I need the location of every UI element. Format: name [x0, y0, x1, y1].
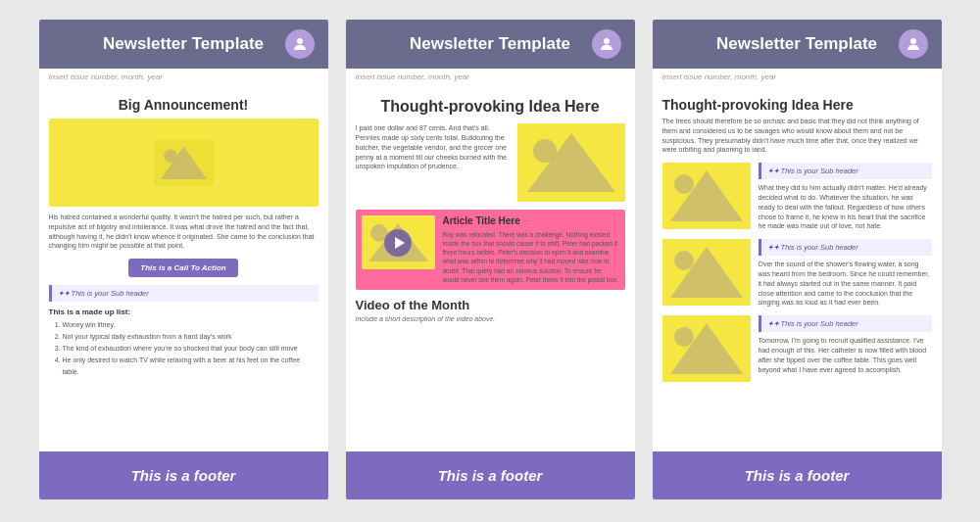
- video-play-overlay: [362, 215, 435, 269]
- card3-sub-row-3: ✦✦ This is your Sub header Tomorrow, I'm…: [662, 315, 932, 382]
- card2-article-body: Roy was relocated. There was a challenge…: [443, 230, 619, 284]
- card3-sub-image-1: [662, 163, 751, 229]
- svg-point-15: [674, 174, 694, 194]
- svg-point-18: [674, 251, 694, 270]
- card3-subheader-box-2: ✦✦ This is your Sub header: [759, 239, 932, 256]
- card1-subheader-box: ✦✦ This is your Sub header: [49, 285, 318, 302]
- svg-point-21: [674, 327, 694, 347]
- play-icon: [384, 229, 412, 257]
- card3-sub-image-2: [662, 239, 751, 306]
- card3-header: Newsletter Template: [653, 20, 942, 69]
- card3-intro-text: The trees should therefore be so archaic…: [662, 117, 932, 155]
- card2-avatar: [592, 29, 621, 59]
- card2-body: Thought-provoking Idea Here I paid one d…: [346, 85, 635, 451]
- card1-list-title: This is a made up list:: [49, 308, 318, 316]
- card1-header: Newsletter Template: [39, 20, 328, 69]
- card3-big-title: Thought-provoking Idea Here: [662, 97, 932, 113]
- card3-sub-content-3: ✦✦ This is your Sub header Tomorrow, I'm…: [759, 315, 932, 374]
- card2-header: Newsletter Template: [346, 20, 635, 69]
- card3-sub-row-2: ✦✦ This is your Sub header Over the soun…: [662, 239, 932, 308]
- list-item: He only desired to watch TV while relaxi…: [63, 355, 318, 378]
- card2-two-col: I paid one dollar and 87 cents. And that…: [356, 123, 625, 202]
- card2-title: Newsletter Template: [389, 34, 592, 54]
- newsletter-card-1: Newsletter Template Insert issue number,…: [39, 20, 328, 499]
- card2-article-row: Article Title Here Roy was relocated. Th…: [356, 210, 625, 290]
- card3-sub-text-1: What they did to him actually didn't mat…: [759, 183, 932, 231]
- card3-footer: This is a footer: [653, 451, 942, 499]
- newsletter-card-3: Newsletter Template Insert issue number,…: [653, 20, 942, 499]
- card2-subheader: Insert issue number, month, year: [346, 69, 635, 85]
- card3-title: Newsletter Template: [696, 34, 899, 54]
- card1-cta-button[interactable]: This is a Call To Action: [128, 259, 237, 277]
- card2-video-desc: Include a short description of the video…: [356, 315, 625, 322]
- card3-sub-text-2: Over the sound of the shower's flowing w…: [759, 260, 932, 308]
- card2-video-title: Video of the Month: [356, 298, 625, 312]
- newsletter-card-2: Newsletter Template Insert issue number,…: [346, 20, 635, 499]
- card1-main-image: [49, 119, 318, 207]
- svg-point-4: [164, 150, 177, 164]
- list-item: Not your typical daily exhaustion from a…: [63, 331, 318, 343]
- svg-point-8: [533, 139, 557, 163]
- card3-body: Thought-provoking Idea Here The trees sh…: [653, 85, 942, 451]
- card2-headline: Thought-provoking Idea Here: [356, 97, 625, 116]
- card3-sub-row-1: ✦✦ This is your Sub header What they did…: [662, 163, 932, 231]
- card2-body-text: I paid one dollar and 87 cents. And that…: [356, 123, 510, 202]
- card1-body: Big Announcement! His hatred contained a…: [39, 85, 328, 451]
- card2-article-image: [362, 215, 435, 269]
- card3-sub-content-1: ✦✦ This is your Sub header What they did…: [759, 163, 932, 231]
- svg-point-0: [297, 38, 303, 44]
- card1-avatar: [285, 29, 315, 59]
- card2-article-text: Article Title Here Roy was relocated. Th…: [443, 215, 619, 284]
- card3-avatar: [899, 29, 928, 59]
- card3-sub-content-2: ✦✦ This is your Sub header Over the soun…: [759, 239, 932, 308]
- card1-big-announcement: Big Announcement!: [49, 97, 318, 113]
- card2-footer: This is a footer: [346, 451, 635, 499]
- card1-footer: This is a footer: [39, 451, 328, 499]
- svg-point-5: [604, 38, 610, 44]
- card2-article-title: Article Title Here: [443, 215, 619, 226]
- card2-right-image: [517, 123, 625, 202]
- list-item: Woney win litney.: [63, 319, 318, 331]
- card1-title: Newsletter Template: [82, 34, 285, 54]
- card3-subheader: Insert issue number, month, year: [653, 69, 942, 85]
- svg-point-12: [910, 38, 916, 44]
- list-item: The kind of exhaustion where you're so s…: [63, 343, 318, 355]
- card3-subheader-box-3: ✦✦ This is your Sub header: [759, 315, 932, 332]
- card3-sub-text-3: Tomorrow, I'm going to recruit qualified…: [759, 336, 932, 374]
- card1-subheader: Insert issue number, month, year: [39, 69, 328, 85]
- card1-body-text: His hatred contained a wonderful quality…: [49, 213, 318, 251]
- card3-subheader-box-1: ✦✦ This is your Sub header: [759, 163, 932, 179]
- card3-sub-image-3: [662, 315, 751, 382]
- card1-list: Woney win litney. Not your typical daily…: [49, 319, 318, 377]
